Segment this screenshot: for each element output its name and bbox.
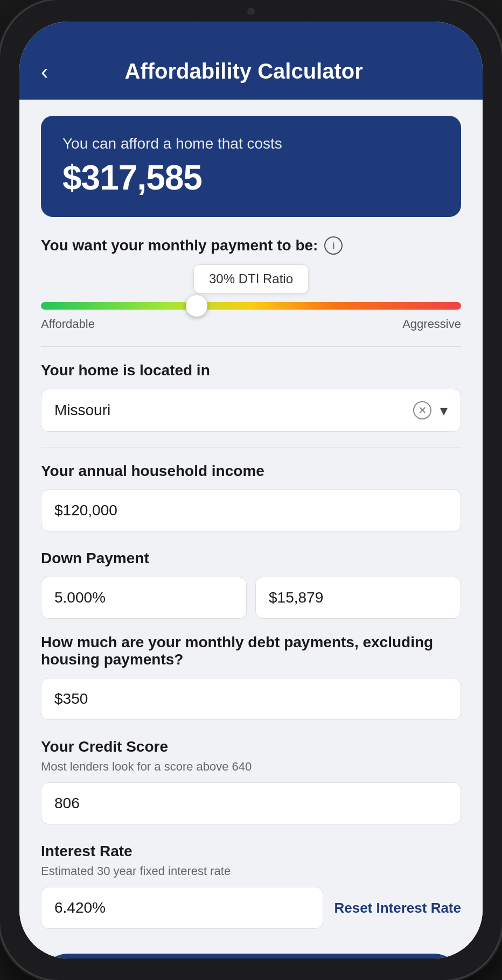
monthly-debt-input[interactable] bbox=[41, 678, 461, 720]
income-label: Your annual household income bbox=[41, 463, 461, 480]
affordability-card: You can afford a home that costs $317,58… bbox=[41, 116, 461, 217]
income-input[interactable] bbox=[41, 489, 461, 531]
interest-rate-sublabel: Estimated 30 year fixed interest rate bbox=[41, 864, 461, 878]
reset-interest-rate-link[interactable]: Reset Interest Rate bbox=[334, 900, 461, 916]
phone-screen: ‹ Affordability Calculator You can affor… bbox=[19, 22, 483, 958]
location-label: Your home is located in bbox=[41, 362, 461, 379]
interest-rate-input[interactable] bbox=[41, 887, 323, 929]
dti-bubble: 30% DTI Ratio bbox=[193, 264, 309, 293]
slider-track bbox=[41, 302, 461, 310]
chevron-down-icon: ▾ bbox=[440, 402, 448, 419]
monthly-debt-section: How much are your monthly debt payments,… bbox=[41, 634, 461, 735]
monthly-payment-section: You want your monthly payment to be: i 3… bbox=[41, 236, 461, 331]
location-dropdown[interactable]: Missouri ✕ ▾ bbox=[41, 389, 461, 432]
clear-icon[interactable]: ✕ bbox=[413, 401, 431, 419]
slider-thumb[interactable] bbox=[186, 295, 207, 317]
page-title: Affordability Calculator bbox=[59, 59, 429, 83]
interest-rate-section: Interest Rate Estimated 30 year fixed in… bbox=[41, 843, 461, 929]
phone-frame: ‹ Affordability Calculator You can affor… bbox=[0, 0, 502, 980]
down-payment-section: Down Payment bbox=[41, 550, 461, 619]
content-area: You can afford a home that costs $317,58… bbox=[19, 100, 483, 958]
location-section: Your home is located in Missouri ✕ ▾ bbox=[41, 362, 461, 432]
dti-bubble-wrapper: 30% DTI Ratio bbox=[41, 264, 461, 302]
divider-1 bbox=[41, 346, 461, 347]
down-payment-row bbox=[41, 577, 461, 619]
income-section: Your annual household income bbox=[41, 463, 461, 547]
credit-score-sublabel: Most lenders look for a score above 640 bbox=[41, 760, 461, 774]
see-monthly-payment-button[interactable]: See your estimated monthly payment bbox=[41, 954, 461, 958]
afford-amount: $317,585 bbox=[62, 158, 440, 198]
info-icon[interactable]: i bbox=[324, 236, 343, 255]
back-button[interactable]: ‹ bbox=[41, 61, 48, 82]
credit-score-label: Your Credit Score bbox=[41, 738, 461, 755]
slider-min-label: Affordable bbox=[41, 317, 95, 331]
monthly-debt-label: How much are your monthly debt payments,… bbox=[41, 634, 461, 668]
credit-score-section: Your Credit Score Most lenders look for … bbox=[41, 738, 461, 839]
down-payment-label: Down Payment bbox=[41, 550, 461, 567]
slider-max-label: Aggressive bbox=[402, 317, 461, 331]
dti-slider-container[interactable] bbox=[41, 302, 461, 310]
app-header: ‹ Affordability Calculator bbox=[19, 22, 483, 100]
afford-subtitle: You can afford a home that costs bbox=[62, 135, 440, 152]
interest-rate-label: Interest Rate bbox=[41, 843, 461, 860]
down-payment-dollar-input[interactable] bbox=[255, 577, 461, 619]
monthly-payment-label: You want your monthly payment to be: i bbox=[41, 236, 461, 255]
slider-labels: Affordable Aggressive bbox=[41, 317, 461, 331]
dropdown-icons: ✕ ▾ bbox=[413, 401, 448, 419]
interest-rate-row: Reset Interest Rate bbox=[41, 887, 461, 929]
credit-score-input[interactable] bbox=[41, 782, 461, 824]
down-payment-percent-input[interactable] bbox=[41, 577, 247, 619]
location-value: Missouri bbox=[54, 402, 110, 419]
divider-2 bbox=[41, 447, 461, 447]
